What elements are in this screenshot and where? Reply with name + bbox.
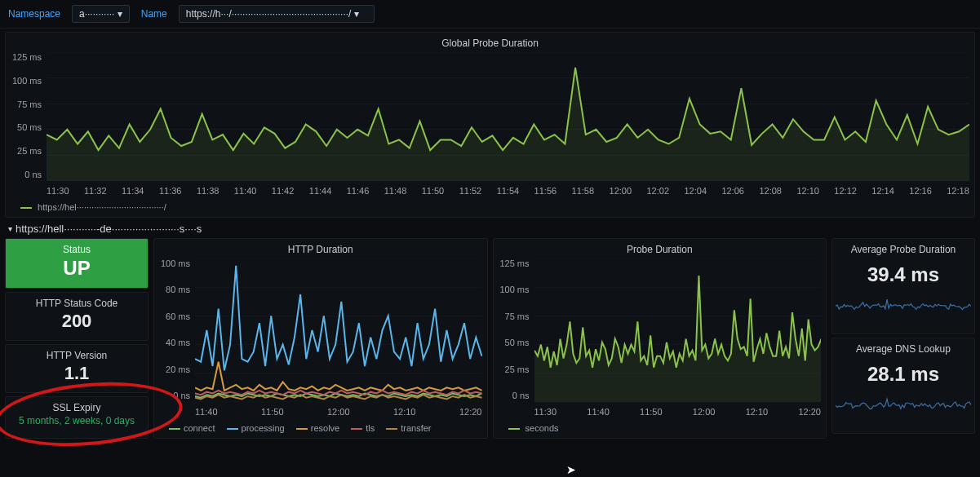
sparkline [836, 391, 971, 412]
x-axis: 11:3011:4011:5012:0012:1012:20 [534, 407, 822, 417]
x-axis: 11:4011:5012:0012:1012:20 [195, 407, 482, 417]
legend-item[interactable]: transfer [386, 423, 431, 433]
ssl-value: 5 months, 2 weeks, 0 days [9, 415, 144, 426]
ssl-label: SSL Expiry [9, 402, 144, 413]
legend-item[interactable]: resolve [296, 423, 339, 433]
chart-plot[interactable] [47, 52, 969, 181]
y-axis: 125 ms100 ms75 ms50 ms25 ms0 ns [494, 257, 534, 402]
legend-item[interactable]: connect [169, 423, 215, 433]
panel-title: Global Probe Duration [6, 33, 974, 51]
panel-http-version[interactable]: HTTP Version 1.1 [5, 344, 149, 393]
chart-legend: seconds [494, 420, 827, 438]
row-heading[interactable]: ▾ https://hell···········-de············… [8, 223, 975, 235]
chart-plot[interactable] [534, 258, 822, 402]
panel-status[interactable]: Status UP [5, 238, 149, 289]
panel-title: HTTP Duration [154, 239, 487, 257]
status-column: Status UP HTTP Status Code 200 HTTP Vers… [5, 238, 149, 439]
y-axis: 125 ms100 ms75 ms50 ms25 ms0 ns [6, 51, 47, 181]
http-ver-value: 1.1 [9, 363, 144, 384]
var-name-select[interactable]: https://h···/···························… [179, 5, 375, 23]
http-code-label: HTTP Status Code [9, 298, 144, 309]
sparkline [836, 291, 971, 312]
panel-probe-duration[interactable]: Probe Duration 125 ms100 ms75 ms50 ms25 … [493, 238, 827, 439]
avg-probe-value: 39.4 ms [836, 263, 971, 286]
panel-http-status-code[interactable]: HTTP Status Code 200 [5, 292, 149, 341]
right-column: Average Probe Duration 39.4 ms Average D… [831, 238, 975, 439]
avg-dns-value: 28.1 ms [836, 363, 971, 386]
legend-item[interactable]: seconds [508, 423, 559, 433]
legend-item[interactable]: processing [227, 423, 285, 433]
chart-plot[interactable] [195, 258, 482, 402]
http-ver-label: HTTP Version [9, 350, 144, 361]
variable-bar: Namespace a··········· ▾ Name https://h·… [0, 0, 980, 29]
http-code-value: 200 [9, 311, 144, 332]
chevron-down-icon: ▾ [8, 224, 12, 233]
y-axis: 100 ms80 ms60 ms40 ms20 ms0 ns [154, 257, 195, 402]
panel-average-probe-duration[interactable]: Average Probe Duration 39.4 ms [831, 238, 975, 334]
x-axis: 11:3011:3211:3411:3611:3811:4011:4211:44… [47, 186, 969, 196]
panel-average-dns-lookup[interactable]: Average DNS Lookup 28.1 ms [831, 338, 975, 434]
avg-probe-label: Average Probe Duration [836, 244, 971, 255]
var-namespace-label: Namespace [8, 8, 60, 20]
chart-legend: https://hel·····························… [6, 199, 974, 217]
status-value: UP [9, 257, 144, 280]
panel-http-duration[interactable]: HTTP Duration 100 ms80 ms60 ms40 ms20 ms… [153, 238, 488, 439]
status-label: Status [9, 244, 144, 255]
var-namespace-select[interactable]: a··········· ▾ [72, 5, 130, 23]
chart-legend: connectprocessingresolvetlstransfer [154, 420, 487, 438]
avg-dns-label: Average DNS Lookup [836, 343, 971, 355]
cursor-icon: ➤ [566, 463, 576, 476]
var-name-value: https://h···/···························… [186, 8, 359, 20]
legend-item[interactable]: tls [351, 423, 375, 433]
panel-ssl-expiry[interactable]: SSL Expiry 5 months, 2 weeks, 0 days [5, 396, 149, 439]
var-name-label: Name [141, 8, 167, 20]
panel-title: Probe Duration [494, 239, 827, 257]
legend-item[interactable]: https://hel·····························… [20, 202, 166, 212]
panel-global-probe-duration[interactable]: Global Probe Duration 125 ms100 ms75 ms5… [5, 32, 975, 218]
var-namespace-value: a··········· ▾ [79, 8, 122, 20]
